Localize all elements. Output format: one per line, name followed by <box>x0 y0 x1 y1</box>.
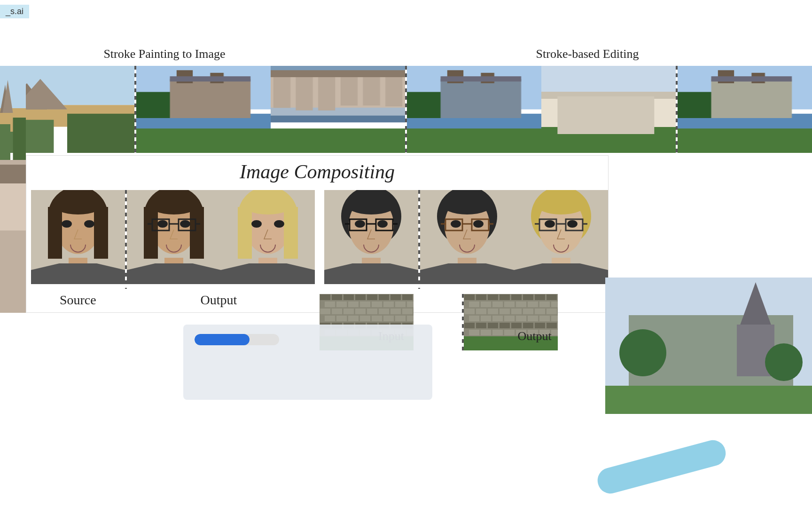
top-image-4 <box>407 66 541 153</box>
stroke-editing-label: Stroke-based Editing <box>423 47 752 61</box>
comp-output-girl1-blonde <box>221 190 315 289</box>
compositing-section: Image Compositing <box>26 155 609 313</box>
top-image-3 <box>271 66 405 153</box>
top-image-2 <box>136 66 271 153</box>
progress-bar-fill <box>195 334 250 345</box>
app-tab: _s.ai <box>0 5 29 18</box>
comp-source-girl1 <box>31 190 125 289</box>
right-church-image <box>605 278 812 414</box>
comp-source-man1 <box>324 190 418 289</box>
top-image-row <box>0 66 812 153</box>
stroke-painting-label: Stroke Painting to Image <box>0 47 329 61</box>
comp-output-man1-light <box>514 190 608 289</box>
progress-overlay <box>183 325 432 400</box>
top-image-6 <box>678 66 812 153</box>
top-image-5 <box>541 66 676 153</box>
output-label-bottom: Output <box>463 329 606 343</box>
progress-bar-container <box>195 334 279 345</box>
compositing-title: Image Compositing <box>31 160 603 183</box>
blue-decorative-shape <box>595 437 729 497</box>
comp-output-girl1-glasses <box>127 190 221 289</box>
source-label-left: Source <box>31 293 125 308</box>
left-strip <box>0 66 26 313</box>
comp-output-man1-dark <box>420 190 514 289</box>
output-label-left: Output <box>125 293 312 308</box>
